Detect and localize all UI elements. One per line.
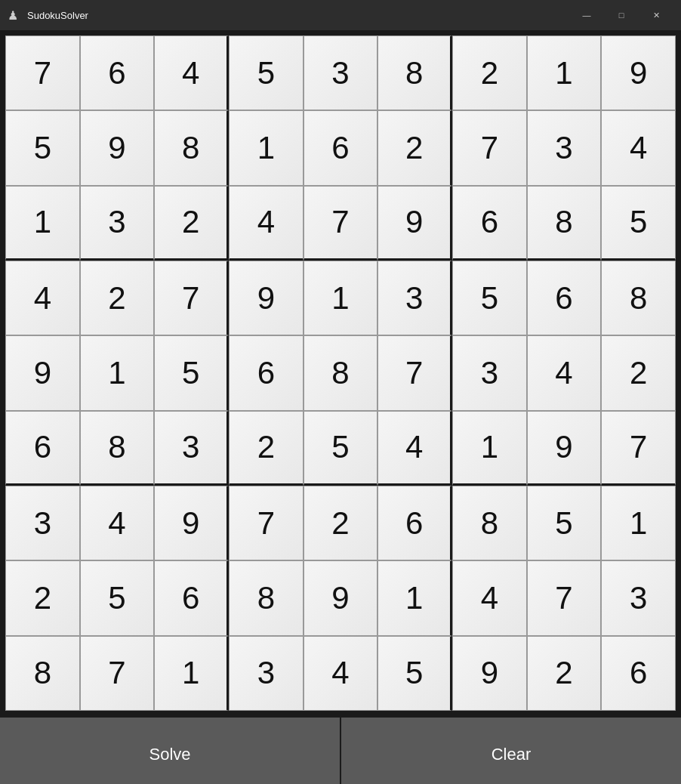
cell-r3-c2[interactable]: 7 <box>154 261 229 335</box>
cell-r5-c2[interactable]: 3 <box>154 411 229 486</box>
cell-r7-c0[interactable]: 2 <box>5 560 80 635</box>
cell-r2-c3[interactable]: 4 <box>229 186 304 261</box>
app-icon: ♟ <box>8 8 21 22</box>
cell-r3-c6[interactable]: 5 <box>452 261 527 335</box>
cell-r6-c3[interactable]: 7 <box>229 486 304 560</box>
cell-r2-c5[interactable]: 9 <box>377 186 452 261</box>
cell-r8-c5[interactable]: 5 <box>377 636 452 711</box>
close-button[interactable]: ✕ <box>639 0 673 30</box>
cell-r6-c8[interactable]: 1 <box>601 486 676 560</box>
cell-r0-c3[interactable]: 5 <box>229 35 304 110</box>
cell-r6-c1[interactable]: 4 <box>80 486 155 560</box>
cell-r5-c3[interactable]: 2 <box>229 411 304 486</box>
cell-r8-c8[interactable]: 6 <box>601 636 676 711</box>
cell-r1-c8[interactable]: 4 <box>601 110 676 185</box>
cell-r1-c2[interactable]: 8 <box>154 110 229 185</box>
cell-r5-c0[interactable]: 6 <box>5 411 80 486</box>
minimize-button[interactable]: — <box>569 0 604 30</box>
cell-r0-c1[interactable]: 6 <box>80 35 155 110</box>
cell-r8-c7[interactable]: 2 <box>527 636 602 711</box>
cell-r7-c8[interactable]: 3 <box>601 560 676 635</box>
cell-r0-c2[interactable]: 4 <box>154 35 229 110</box>
cell-r6-c7[interactable]: 5 <box>527 486 602 560</box>
cell-r2-c7[interactable]: 8 <box>527 186 602 261</box>
cell-r1-c4[interactable]: 6 <box>304 110 378 185</box>
cell-r3-c4[interactable]: 1 <box>304 261 378 335</box>
cell-r2-c0[interactable]: 1 <box>5 186 80 261</box>
cell-r3-c7[interactable]: 6 <box>527 261 602 335</box>
cell-r1-c6[interactable]: 7 <box>452 110 527 185</box>
cell-r8-c2[interactable]: 1 <box>154 636 229 711</box>
cell-r4-c6[interactable]: 3 <box>452 335 527 410</box>
grid-container: 7645382195981627341324796854279135689156… <box>0 30 681 716</box>
toolbar: Solve Clear <box>0 716 681 784</box>
cell-r3-c1[interactable]: 2 <box>80 261 155 335</box>
cell-r4-c4[interactable]: 8 <box>304 335 378 410</box>
cell-r4-c3[interactable]: 6 <box>229 335 304 410</box>
cell-r7-c1[interactable]: 5 <box>80 560 155 635</box>
clear-button[interactable]: Clear <box>341 718 681 784</box>
cell-r5-c5[interactable]: 4 <box>377 411 452 486</box>
cell-r6-c0[interactable]: 3 <box>5 486 80 560</box>
cell-r1-c3[interactable]: 1 <box>229 110 304 185</box>
cell-r1-c0[interactable]: 5 <box>5 110 80 185</box>
window-title: SudokuSolver <box>27 10 569 21</box>
cell-r1-c7[interactable]: 3 <box>527 110 602 185</box>
cell-r6-c4[interactable]: 2 <box>304 486 378 560</box>
window-controls: — □ ✕ <box>569 0 673 30</box>
cell-r7-c4[interactable]: 9 <box>304 560 378 635</box>
cell-r8-c0[interactable]: 8 <box>5 636 80 711</box>
cell-r3-c3[interactable]: 9 <box>229 261 304 335</box>
cell-r1-c5[interactable]: 2 <box>377 110 452 185</box>
cell-r0-c4[interactable]: 3 <box>304 35 378 110</box>
cell-r0-c5[interactable]: 8 <box>377 35 452 110</box>
cell-r5-c1[interactable]: 8 <box>80 411 155 486</box>
cell-r6-c2[interactable]: 9 <box>154 486 229 560</box>
cell-r6-c6[interactable]: 8 <box>452 486 527 560</box>
cell-r1-c1[interactable]: 9 <box>80 110 155 185</box>
cell-r7-c6[interactable]: 4 <box>452 560 527 635</box>
cell-r5-c6[interactable]: 1 <box>452 411 527 486</box>
cell-r4-c8[interactable]: 2 <box>601 335 676 410</box>
cell-r7-c3[interactable]: 8 <box>229 560 304 635</box>
cell-r4-c0[interactable]: 9 <box>5 335 80 410</box>
solve-button[interactable]: Solve <box>0 718 340 784</box>
cell-r5-c4[interactable]: 5 <box>304 411 378 486</box>
cell-r5-c8[interactable]: 7 <box>601 411 676 486</box>
cell-r4-c7[interactable]: 4 <box>527 335 602 410</box>
cell-r3-c8[interactable]: 8 <box>601 261 676 335</box>
cell-r4-c1[interactable]: 1 <box>80 335 155 410</box>
cell-r5-c7[interactable]: 9 <box>527 411 602 486</box>
cell-r4-c2[interactable]: 5 <box>154 335 229 410</box>
cell-r7-c5[interactable]: 1 <box>377 560 452 635</box>
cell-r8-c4[interactable]: 4 <box>304 636 378 711</box>
cell-r7-c7[interactable]: 7 <box>527 560 602 635</box>
cell-r3-c0[interactable]: 4 <box>5 261 80 335</box>
cell-r2-c6[interactable]: 6 <box>452 186 527 261</box>
cell-r6-c5[interactable]: 6 <box>377 486 452 560</box>
cell-r8-c6[interactable]: 9 <box>452 636 527 711</box>
sudoku-grid: 7645382195981627341324796854279135689156… <box>3 33 678 713</box>
maximize-button[interactable]: □ <box>604 0 639 30</box>
cell-r2-c8[interactable]: 5 <box>601 186 676 261</box>
cell-r0-c7[interactable]: 1 <box>527 35 602 110</box>
cell-r2-c1[interactable]: 3 <box>80 186 155 261</box>
titlebar: ♟ SudokuSolver — □ ✕ <box>0 0 681 30</box>
cell-r2-c4[interactable]: 7 <box>304 186 378 261</box>
cell-r2-c2[interactable]: 2 <box>154 186 229 261</box>
cell-r3-c5[interactable]: 3 <box>377 261 452 335</box>
cell-r4-c5[interactable]: 7 <box>377 335 452 410</box>
cell-r0-c6[interactable]: 2 <box>452 35 527 110</box>
cell-r0-c8[interactable]: 9 <box>601 35 676 110</box>
cell-r8-c1[interactable]: 7 <box>80 636 155 711</box>
cell-r8-c3[interactable]: 3 <box>229 636 304 711</box>
cell-r0-c0[interactable]: 7 <box>5 35 80 110</box>
cell-r7-c2[interactable]: 6 <box>154 560 229 635</box>
